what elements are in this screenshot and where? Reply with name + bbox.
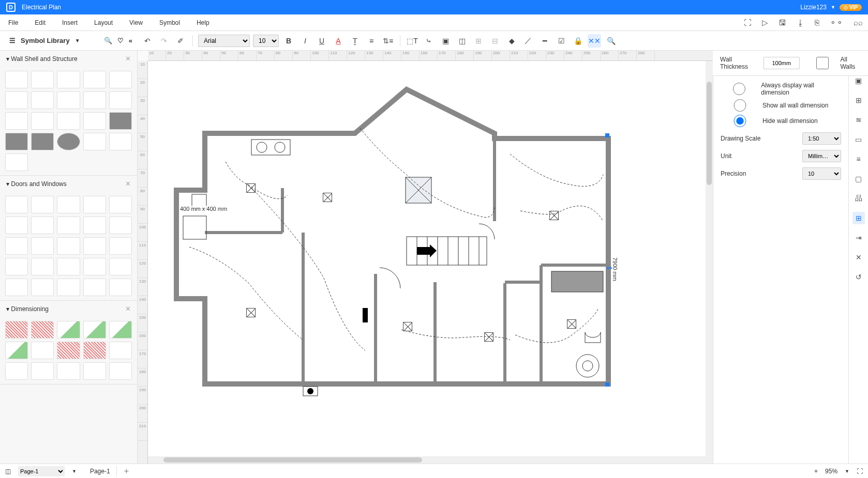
- symbol-item[interactable]: [5, 153, 28, 171]
- close-icon[interactable]: ✕: [125, 305, 131, 313]
- ceiling-light-icon[interactable]: [246, 183, 256, 193]
- symbol-item[interactable]: [57, 279, 80, 296]
- symbol-item[interactable]: [57, 362, 80, 380]
- history-panel-icon[interactable]: ↺: [852, 271, 865, 283]
- symbol-item[interactable]: [5, 196, 28, 213]
- container-button[interactable]: ◫: [455, 34, 469, 48]
- close-icon[interactable]: ✕: [125, 55, 131, 63]
- lib-doors-header[interactable]: ▾ Doors and Windows ✕: [0, 176, 137, 192]
- ceiling-light-icon[interactable]: [323, 193, 332, 202]
- lock-button[interactable]: 🔒: [571, 34, 585, 48]
- ungroup-button[interactable]: ⊟: [488, 34, 502, 48]
- library-favorite-icon[interactable]: ♡: [117, 37, 124, 44]
- all-walls-checkbox[interactable]: [807, 57, 839, 69]
- symbol-item[interactable]: [31, 71, 54, 88]
- font-family-select[interactable]: Arial: [198, 35, 250, 47]
- symbol-item[interactable]: [109, 133, 132, 150]
- symbol-item[interactable]: [57, 196, 80, 213]
- symbol-item[interactable]: [109, 112, 132, 130]
- ceiling-light-icon[interactable]: [549, 211, 559, 220]
- layers-panel-icon[interactable]: ≋: [852, 114, 865, 126]
- italic-button[interactable]: I: [298, 34, 312, 48]
- symbol-item[interactable]: [31, 217, 54, 234]
- symbol-item[interactable]: [57, 342, 80, 359]
- connector-button[interactable]: ⤷: [422, 34, 436, 48]
- font-size-select[interactable]: 10: [253, 35, 279, 47]
- horizontal-scrollbar[interactable]: [148, 456, 706, 464]
- symbol-item[interactable]: [5, 362, 28, 380]
- symbol-item[interactable]: [109, 196, 132, 213]
- menu-help[interactable]: Help: [197, 19, 209, 26]
- symbol-item[interactable]: [5, 217, 28, 234]
- fit-screen-button[interactable]: ⛶: [857, 468, 863, 475]
- symbol-item[interactable]: [31, 362, 54, 380]
- add-page-button[interactable]: +: [124, 467, 129, 476]
- library-menu-icon[interactable]: ☰: [9, 37, 16, 44]
- zoom-value[interactable]: 95%: [825, 468, 837, 475]
- ceiling-light-icon[interactable]: [484, 332, 493, 342]
- page-panel-icon[interactable]: ▣: [852, 74, 865, 87]
- symbol-item[interactable]: [109, 91, 132, 109]
- bold-button[interactable]: B: [282, 34, 295, 48]
- text-case-button[interactable]: Ṯ: [348, 34, 362, 48]
- page-tab[interactable]: Page-1: [84, 466, 117, 476]
- wall-thickness-input[interactable]: [764, 57, 800, 69]
- symbol-item[interactable]: [109, 362, 132, 380]
- symbol-item[interactable]: [31, 321, 54, 338]
- share-icon[interactable]: ⚬⚬: [830, 18, 843, 27]
- symbol-item[interactable]: [31, 342, 54, 359]
- symbol-item[interactable]: [109, 237, 132, 255]
- line-style-button[interactable]: ━: [538, 34, 551, 48]
- symbol-item[interactable]: [31, 196, 54, 213]
- line-color-button[interactable]: ／: [521, 34, 535, 48]
- symbol-item[interactable]: [83, 196, 106, 213]
- drawing-scale-select[interactable]: 1:50: [802, 132, 841, 145]
- align-button[interactable]: ≡: [365, 34, 378, 48]
- zoom-dropdown-icon[interactable]: ▼: [845, 469, 849, 474]
- symbol-item[interactable]: [83, 279, 106, 296]
- symbol-item[interactable]: [57, 217, 80, 234]
- symbol-item[interactable]: [109, 321, 132, 338]
- symbol-item[interactable]: [109, 71, 132, 88]
- symbol-item[interactable]: [5, 279, 28, 296]
- symbol-item[interactable]: [83, 258, 106, 275]
- menu-symbol[interactable]: Symbol: [159, 19, 180, 26]
- radio-show-all[interactable]: [721, 99, 759, 112]
- symbol-item[interactable]: [83, 112, 106, 130]
- symbol-item[interactable]: [83, 71, 106, 88]
- symbol-item[interactable]: [57, 237, 80, 255]
- resize-handle-icon[interactable]: ⇔: [606, 264, 612, 272]
- library-dropdown-icon[interactable]: ▼: [75, 38, 80, 43]
- undo-button[interactable]: ↶: [141, 34, 154, 48]
- symbol-item[interactable]: [109, 279, 132, 296]
- symbol-item[interactable]: [109, 342, 132, 359]
- menu-view[interactable]: View: [129, 19, 143, 26]
- symbol-item[interactable]: [31, 237, 54, 255]
- symbol-item[interactable]: [5, 258, 28, 275]
- symbol-item[interactable]: [109, 258, 132, 275]
- symbol-item[interactable]: [5, 112, 28, 130]
- tree-panel-icon[interactable]: 品: [852, 192, 865, 205]
- precision-select[interactable]: 10: [802, 167, 841, 180]
- menu-file[interactable]: File: [8, 19, 18, 26]
- selection-handle[interactable]: [605, 133, 609, 137]
- lib-dimensioning-header[interactable]: ▾ Dimensioning ✕: [0, 301, 137, 317]
- radio-hide[interactable]: [721, 115, 759, 127]
- symbol-item[interactable]: [31, 133, 54, 150]
- user-name[interactable]: Lizzie123: [800, 4, 827, 11]
- symbol-item[interactable]: [57, 71, 80, 88]
- tools-button[interactable]: ✕✕: [588, 34, 601, 48]
- ceiling-light-icon[interactable]: [246, 308, 256, 317]
- checkbox-button[interactable]: ☑: [555, 34, 568, 48]
- symbol-item[interactable]: [5, 342, 28, 359]
- textbox-button[interactable]: ⬚T: [406, 34, 419, 48]
- menu-layout[interactable]: Layout: [94, 19, 113, 26]
- save-icon[interactable]: 🖫: [779, 18, 786, 27]
- vip-badge[interactable]: ◇ VIP: [840, 4, 862, 11]
- symbol-item[interactable]: [31, 91, 54, 109]
- symbol-item[interactable]: [5, 237, 28, 255]
- canvas-area[interactable]: 1020304050607080901001101201301401501601…: [138, 51, 713, 464]
- arrange-panel-icon[interactable]: ▭: [852, 133, 865, 146]
- fullscreen-icon[interactable]: ⛶: [744, 18, 752, 27]
- data-panel-icon[interactable]: ≡: [852, 153, 865, 165]
